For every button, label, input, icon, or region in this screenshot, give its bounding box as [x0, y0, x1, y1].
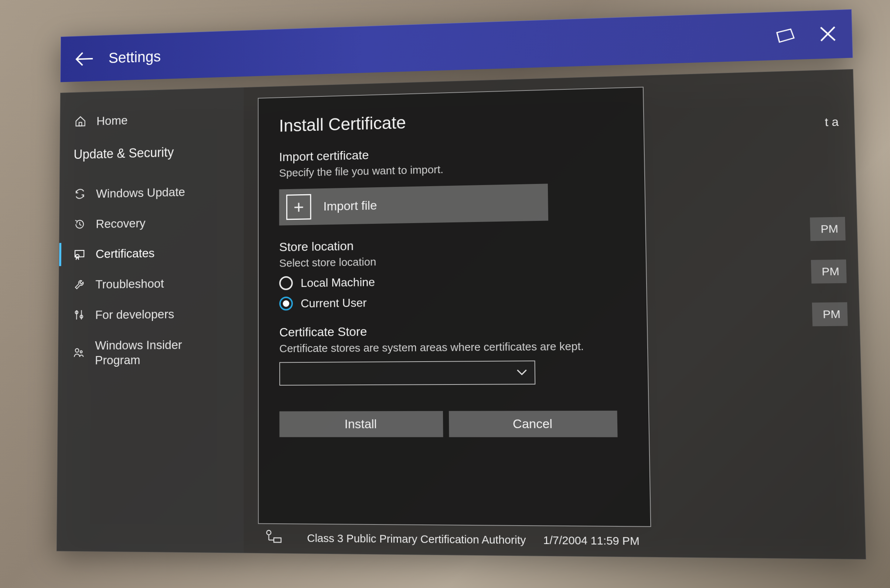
- close-button[interactable]: [819, 25, 836, 44]
- sidebar-item-label: Certificates: [95, 244, 230, 261]
- radio-label: Current User: [300, 296, 366, 310]
- svg-line-1: [777, 32, 779, 42]
- sidebar-item-troubleshoot[interactable]: Troubleshoot: [59, 267, 243, 300]
- back-arrow-icon: [74, 50, 95, 67]
- install-certificate-dialog: Install Certificate Import certificate S…: [258, 87, 651, 527]
- back-button[interactable]: [74, 50, 95, 67]
- close-icon: [819, 25, 836, 42]
- sidebar-section-heading: Update & Security: [60, 132, 244, 172]
- radio-local-machine[interactable]: Local Machine: [279, 272, 627, 290]
- window-resize-button[interactable]: [774, 27, 796, 45]
- cancel-button[interactable]: Cancel: [449, 410, 617, 437]
- sidebar-item-windows-update[interactable]: Windows Update: [60, 175, 243, 209]
- background-row-time: PM: [810, 217, 846, 241]
- sidebar-item-label: Home: [96, 110, 230, 128]
- home-icon: [74, 115, 87, 128]
- sidebar-item-windows-insider[interactable]: Windows Insider Program: [58, 329, 243, 376]
- certificate-store-description: Certificate stores are system areas wher…: [279, 339, 629, 355]
- plus-icon: +: [286, 194, 311, 220]
- certificate-icon: [73, 248, 86, 260]
- sidebar-item-label: Troubleshoot: [95, 275, 230, 292]
- svg-rect-4: [79, 123, 81, 126]
- sidebar-item-recovery[interactable]: Recovery: [59, 206, 243, 239]
- import-file-label: Import file: [323, 198, 377, 213]
- radio-label: Local Machine: [300, 275, 375, 290]
- settings-main: Home Update & Security Windows Update: [56, 69, 866, 560]
- svg-point-15: [266, 530, 271, 535]
- certificate-chain-icon: [265, 529, 283, 547]
- window-resize-icon: [774, 27, 796, 44]
- content-area: t a PM PM PM Install Certificate Import …: [243, 69, 866, 559]
- radio-icon: [279, 276, 293, 290]
- svg-point-13: [75, 348, 78, 352]
- tools-icon: [72, 309, 86, 321]
- store-location-title: Store location: [279, 234, 626, 254]
- background-row-time: PM: [810, 260, 846, 284]
- sidebar-item-home[interactable]: Home: [60, 102, 243, 137]
- radio-current-user[interactable]: Current User: [279, 292, 627, 310]
- background-cert-name: Class 3 Public Primary Certification Aut…: [307, 531, 526, 546]
- chevron-down-icon: [516, 369, 527, 376]
- history-icon: [73, 218, 86, 230]
- svg-point-6: [75, 255, 79, 258]
- sync-icon: [73, 188, 87, 200]
- svg-line-8: [78, 257, 79, 260]
- window-title: Settings: [108, 27, 775, 66]
- svg-line-0: [76, 58, 92, 59]
- store-location-description: Select store location: [279, 251, 627, 270]
- svg-rect-18: [274, 538, 281, 542]
- sidebar-item-label: For developers: [95, 306, 230, 322]
- install-button-label: Install: [344, 417, 377, 431]
- background-cert-date: 1/7/2004 11:59 PM: [543, 534, 639, 548]
- cancel-button-label: Cancel: [512, 416, 552, 431]
- background-row-time: PM: [812, 302, 848, 326]
- dialog-title: Install Certificate: [279, 106, 625, 135]
- sidebar-item-label: Recovery: [96, 214, 230, 231]
- install-button[interactable]: Install: [279, 411, 443, 437]
- radio-icon: [279, 297, 293, 310]
- certificate-store-title: Certificate Store: [279, 322, 628, 339]
- sidebar-item-label: Windows Insider Program: [95, 337, 229, 368]
- sidebar-item-for-developers[interactable]: For developers: [59, 298, 243, 330]
- background-list-rows: PM PM PM: [810, 217, 848, 326]
- sidebar-item-label: Windows Update: [96, 184, 230, 201]
- certificate-store-dropdown[interactable]: [279, 360, 535, 386]
- svg-line-7: [76, 257, 77, 260]
- import-file-button[interactable]: + Import file: [279, 184, 548, 225]
- background-cert-row[interactable]: Class 3 Public Primary Certification Aut…: [265, 529, 853, 552]
- wrench-icon: [72, 279, 86, 291]
- background-text-fragment: t a: [825, 115, 839, 129]
- insider-icon: [72, 346, 86, 358]
- svg-point-14: [80, 351, 82, 353]
- sidebar: Home Update & Security Windows Update: [57, 87, 243, 553]
- sidebar-item-certificates[interactable]: Certificates: [59, 236, 243, 270]
